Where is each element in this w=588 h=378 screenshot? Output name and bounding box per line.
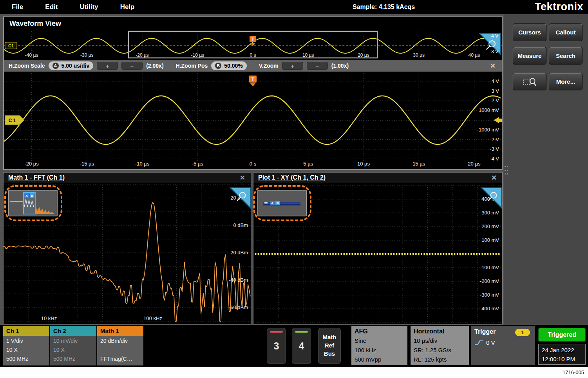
svg-text:0 s: 0 s	[250, 161, 257, 167]
xy-panel-header: Plot 1 - XY (Ch 1, Ch 2) ✕	[253, 173, 502, 183]
marker-b-label: B	[277, 202, 279, 205]
marker-b-label: B	[31, 194, 33, 198]
svg-text:5 µs: 5 µs	[303, 161, 313, 167]
callout-button[interactable]: Callout	[549, 23, 583, 41]
h-zoom-scale-value[interactable]: A 5.00 us/div	[49, 61, 94, 70]
math-ref-bus-button[interactable]: Math Ref Bus	[318, 328, 341, 364]
svg-text:-200 mV: -200 mV	[480, 278, 499, 284]
svg-text:30 µs: 30 µs	[413, 52, 425, 58]
svg-text:3 V: 3 V	[491, 88, 499, 94]
afg-settings[interactable]: AFG Sine 100 kHz 500 mVpp	[351, 326, 407, 365]
svg-text:-30 µs: -30 µs	[80, 52, 94, 58]
svg-text:40 µs: 40 µs	[469, 52, 480, 58]
channel3-button[interactable]: 3	[267, 328, 286, 364]
tektronix-logo: Tektronix	[535, 1, 583, 13]
fft-panel: Math 1 - FFT (Ch 1) ✕ 20 dBm0 dBm-20 dBm…	[3, 172, 251, 324]
math1-function: FFTmag(C…	[100, 355, 143, 364]
menu-utility[interactable]: Utility	[80, 3, 98, 11]
svg-text:C1: C1	[8, 43, 14, 48]
search-button[interactable]: Search	[549, 47, 583, 65]
channel3-color-bar	[270, 331, 283, 333]
channel1-settings: 1 V/div 10 X 500 MHz	[3, 336, 49, 365]
h-zoom-minus-button[interactable]: −	[121, 62, 143, 70]
afg-amplitude: 500 mVpp	[355, 355, 407, 364]
xy-panel: Plot 1 - XY (Ch 1, Ch 2) ✕ 400 mV300 mV2…	[253, 172, 503, 324]
xy-panel-title: Plot 1 - XY (Ch 1, Ch 2)	[258, 174, 326, 181]
svg-text:4 V: 4 V	[491, 78, 499, 84]
channel1-badge[interactable]: Ch 1 1 V/div 10 X 500 MHz	[3, 326, 49, 365]
divider-grip[interactable]	[505, 166, 508, 176]
oscilloscope-screen: File Edit Utility Help Sample: 4.135 kAc…	[0, 0, 588, 378]
afg-frequency: 100 kHz	[355, 346, 407, 355]
v-zoom-minus-button[interactable]: −	[307, 62, 328, 70]
svg-text:-40 µs: -40 µs	[25, 52, 38, 58]
horizontal-title: Horizontal	[414, 327, 469, 336]
horizontal-settings[interactable]: Horizontal 10 µs/div SR: 1.25 GS/s RL: 1…	[411, 326, 469, 365]
h-zoom-pos-text: 50.00%	[224, 63, 242, 69]
menu-file[interactable]: File	[12, 3, 23, 11]
svg-text:10 µs: 10 µs	[302, 52, 314, 58]
svg-text:-1000 mV: -1000 mV	[477, 127, 499, 133]
trigger-level-marker[interactable]	[494, 117, 499, 123]
sample-status: Sample: 4.135 kAcqs	[353, 4, 415, 11]
h-zoom-pos-value[interactable]: B 50.00%	[211, 61, 246, 70]
zoom-marquee-icon	[523, 76, 537, 87]
more-button[interactable]: More...	[549, 73, 583, 90]
xy-preview-thumbnail[interactable]: A B	[257, 190, 307, 216]
multipurpose-a-badge: A	[52, 63, 59, 69]
svg-text:100 mV: 100 mV	[481, 237, 499, 243]
zoom-controls-bar: H.Zoom Scale A 5.00 us/div + − (2.00x) H…	[4, 60, 502, 72]
main-waveform-view[interactable]: T4 V3 V2 V1000 mV-1000 mV-2 V-3 V-4 V-20…	[4, 72, 502, 169]
channel4-color-bar	[295, 331, 308, 333]
svg-text:T: T	[251, 76, 255, 82]
channel1-label: Ch 1	[3, 326, 49, 336]
svg-text:-20 dBm: -20 dBm	[229, 250, 248, 256]
svg-text:2 V: 2 V	[491, 97, 499, 103]
fft-preview-thumbnail[interactable]: A B	[8, 190, 58, 216]
zoom-overview[interactable]: -40 µs-30 µs-20 µs-10 µs0 s10 µs20 µs30 …	[4, 28, 502, 60]
h-zoom-plus-button[interactable]: +	[97, 62, 118, 70]
svg-text:-4 V: -4 V	[490, 156, 499, 162]
results-sidebar: Cursors Callout Measure Search More...	[504, 14, 588, 325]
svg-text:-10 µs: -10 µs	[191, 52, 204, 58]
v-zoom-label: V.Zoom	[259, 63, 279, 69]
svg-text:C 1: C 1	[9, 118, 16, 123]
channel4-button[interactable]: 4	[292, 328, 311, 364]
waveform-view-panel: Waveform View -40 µs-30 µs-20 µs-10 µs0 …	[3, 16, 503, 170]
h-zoom-scale-label: H.Zoom Scale	[9, 63, 45, 69]
channel2-scale: 10 mV/div	[53, 337, 96, 346]
math-ref-bus-line1: Math	[318, 333, 340, 341]
svg-text:-5 µs: -5 µs	[192, 161, 204, 167]
cursors-button[interactable]: Cursors	[513, 23, 546, 41]
channel2-settings: 10 mV/div 10 X 500 MHz	[50, 336, 96, 365]
channel2-badge[interactable]: Ch 2 10 mV/div 10 X 500 MHz	[50, 326, 96, 365]
trigger-settings[interactable]: Trigger 1 0 V	[471, 326, 535, 365]
v-zoom-plus-button[interactable]: +	[282, 62, 303, 70]
h-zoom-pos-label: H.Zoom Pos	[176, 63, 208, 69]
trigger-slope-icon	[474, 340, 483, 346]
math1-settings: 20 dBm/div FFTmag(C…	[97, 336, 143, 365]
svg-text:-60 dBm: -60 dBm	[229, 304, 248, 310]
math1-badge[interactable]: Math 1 20 dBm/div FFTmag(C…	[97, 326, 143, 365]
menu-items: File Edit Utility Help	[12, 0, 134, 14]
record-length: RL: 125 kpts	[414, 355, 469, 364]
menu-bar: File Edit Utility Help Sample: 4.135 kAc…	[0, 0, 588, 14]
marker-a-label: A	[25, 194, 28, 198]
fft-close-button[interactable]: ✕	[240, 174, 245, 182]
fft-panel-title: Math 1 - FFT (Ch 1)	[8, 174, 65, 181]
measure-button[interactable]: Measure	[513, 47, 546, 65]
zoom-close-button[interactable]: ✕	[490, 62, 496, 70]
afg-waveform-type: Sine	[355, 336, 407, 346]
xy-close-button[interactable]: ✕	[491, 174, 497, 182]
settings-bar: Ch 1 1 V/div 10 X 500 MHz Ch 2 10 mV/div…	[0, 325, 588, 367]
waveform-view-title: Waveform View	[9, 20, 61, 28]
svg-text:20 µs: 20 µs	[468, 161, 481, 167]
sample-rate: SR: 1.25 GS/s	[414, 346, 469, 355]
menu-help[interactable]: Help	[120, 3, 135, 11]
channel1-probe: 10 X	[6, 346, 49, 355]
channel4-number: 4	[292, 340, 311, 352]
math1-label: Math 1	[97, 326, 143, 336]
channel2-label: Ch 2	[50, 326, 96, 336]
zoom-tool-button[interactable]	[513, 73, 546, 90]
menu-edit[interactable]: Edit	[45, 3, 58, 11]
